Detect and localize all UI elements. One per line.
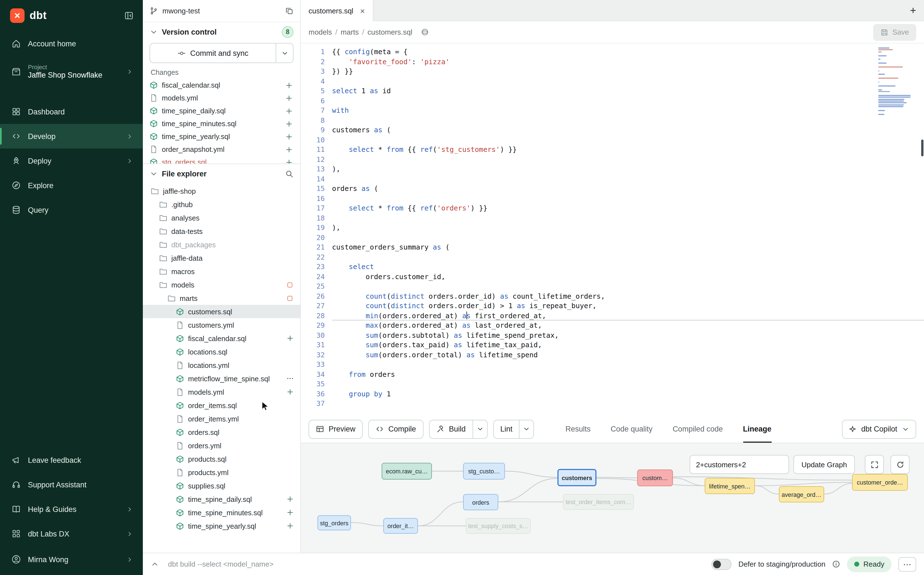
breadcrumb-marts[interactable]: marts <box>341 28 359 36</box>
tree-item[interactable]: locations.yml <box>143 358 300 372</box>
build-button[interactable]: Build <box>429 419 487 438</box>
code-line[interactable] <box>332 281 924 291</box>
refresh-button[interactable] <box>891 455 910 474</box>
nav-item-dbt-labs-dx[interactable]: dbt Labs DX <box>0 521 143 546</box>
lineage-node-staging[interactable]: order_it… <box>384 518 418 534</box>
fullscreen-button[interactable] <box>865 455 884 474</box>
code-line[interactable] <box>332 76 924 86</box>
minimap[interactable] <box>878 48 913 118</box>
change-item[interactable]: models.yml <box>143 92 300 105</box>
code-line[interactable]: customer_orders_summary as ( <box>332 242 924 252</box>
tree-item[interactable]: customers.sql <box>143 305 300 318</box>
nav-item-develop[interactable]: Develop <box>0 124 143 148</box>
expand-command-bar-button[interactable] <box>151 560 159 568</box>
command-input[interactable]: dbt build --select <model_name> <box>168 560 274 568</box>
lineage-node-metric[interactable]: lifetime_spen… <box>705 478 755 494</box>
tree-item[interactable]: models <box>143 278 300 291</box>
editor-scrollbar-thumb[interactable] <box>921 140 924 156</box>
tree-item[interactable]: order_items.sql <box>143 399 300 412</box>
defer-toggle[interactable] <box>712 559 732 570</box>
breadcrumb-models[interactable]: models <box>309 28 332 36</box>
file-menu-icon[interactable] <box>286 374 295 383</box>
tree-item[interactable]: dbt_packages <box>143 238 300 251</box>
tree-item[interactable]: products.sql <box>143 452 300 465</box>
docs-orb-icon[interactable] <box>421 28 429 36</box>
lint-button[interactable]: Lint <box>493 419 534 438</box>
code-line[interactable]: ), <box>332 223 924 232</box>
nav-item-project[interactable]: Project Jaffle Shop Snowflake <box>0 56 143 87</box>
change-item[interactable]: time_spine_minutes.sql <box>143 117 300 130</box>
tab-lineage[interactable]: Lineage <box>743 415 772 443</box>
lineage-node-source[interactable]: ecom.raw_cu… <box>382 463 432 480</box>
code-line[interactable]: sum(orders.order_total) as lifetime_spen… <box>332 350 924 359</box>
code-line[interactable]: select * from {{ ref('orders') }} <box>332 203 924 213</box>
code-line[interactable] <box>332 194 924 203</box>
update-graph-button[interactable]: Update Graph <box>794 455 855 474</box>
tree-item[interactable]: supplies.sql <box>143 479 300 492</box>
code-line[interactable] <box>332 174 924 184</box>
change-item[interactable]: time_spine_daily.sql <box>143 105 300 117</box>
code-line[interactable] <box>332 154 924 164</box>
code-line[interactable]: ), <box>332 164 924 174</box>
tab-results[interactable]: Results <box>566 415 591 443</box>
build-options-button[interactable] <box>472 420 487 438</box>
save-button[interactable]: Save <box>873 24 916 40</box>
tree-item[interactable]: marts <box>143 291 300 305</box>
overflow-menu-button[interactable]: ⋯ <box>898 557 916 571</box>
code-line[interactable] <box>332 135 924 145</box>
lint-options-button[interactable] <box>519 420 534 438</box>
code-line[interactable] <box>332 399 924 408</box>
code-line[interactable]: max(orders.ordered_at) as last_ordered_a… <box>332 321 924 330</box>
change-item[interactable]: order_snapshot.yml <box>143 143 300 156</box>
dbt-copilot-button[interactable]: dbt Copilot <box>842 419 916 438</box>
code-line[interactable]: min(orders.ordered_at) as first_ordered_… <box>332 311 924 321</box>
version-control-header[interactable]: Version control 8 <box>143 22 300 41</box>
tree-item[interactable]: jaffle-data <box>143 251 300 265</box>
lineage-node-metric[interactable]: average_ord… <box>779 486 824 502</box>
nav-item-query[interactable]: Query <box>0 198 143 222</box>
code-line[interactable]: with <box>332 105 924 115</box>
stage-file-icon[interactable] <box>285 145 293 154</box>
compile-button[interactable]: Compile <box>368 419 423 438</box>
code-line[interactable]: group by 1 <box>332 389 924 399</box>
code-line[interactable] <box>332 96 924 105</box>
add-file-icon[interactable] <box>286 521 295 531</box>
tree-item[interactable]: order_items.yml <box>143 412 300 426</box>
info-icon[interactable] <box>832 560 841 568</box>
copy-branch-button[interactable] <box>285 7 293 15</box>
change-item[interactable]: time_spine_yearly.sql <box>143 130 300 143</box>
add-file-icon[interactable] <box>286 334 295 343</box>
code-line[interactable]: {{ config(meta = { <box>332 47 924 57</box>
tree-item[interactable]: metricflow_time_spine.sql <box>143 372 300 385</box>
breadcrumb-file[interactable]: customers.sql <box>368 28 412 36</box>
lineage-panel[interactable]: ecom.raw_cu…stg_custo…customerscustom…li… <box>301 443 924 553</box>
nav-item-support-assistant[interactable]: Support Assistant <box>0 472 143 497</box>
lineage-node-test[interactable]: test_supply_costs_s… <box>466 518 531 534</box>
code-line[interactable]: orders as ( <box>332 184 924 194</box>
code-line[interactable]: sum(orders.subtotal) as lifetime_spend_p… <box>332 330 924 340</box>
file-explorer-header[interactable]: File explorer <box>143 164 300 183</box>
code-lines[interactable]: {{ config(meta = { 'favorite_food': 'piz… <box>332 44 924 415</box>
code-line[interactable]: 'favorite_food': 'pizza' <box>332 57 924 67</box>
editor-tab[interactable]: customers.sql × <box>301 0 373 21</box>
add-file-icon[interactable] <box>286 508 295 517</box>
dbt-logo[interactable]: ✕ dbt <box>10 8 47 22</box>
tab-compiled-code[interactable]: Compiled code <box>673 415 723 443</box>
stage-file-icon[interactable] <box>285 81 293 90</box>
code-line[interactable]: select 1 as id <box>332 86 924 96</box>
nav-item-help-guides[interactable]: Help & Guides <box>0 497 143 521</box>
code-line[interactable]: select * from {{ ref('stg_customers') }} <box>332 145 924 154</box>
add-file-icon[interactable] <box>286 388 295 396</box>
lineage-node-selected[interactable]: customers <box>558 469 596 486</box>
new-tab-button[interactable]: + <box>910 0 916 21</box>
sidebar-collapse-button[interactable] <box>124 10 134 21</box>
preview-button[interactable]: Preview <box>309 419 363 438</box>
tree-item[interactable]: orders.sql <box>143 426 300 439</box>
branch-name[interactable]: mwong-test <box>162 7 281 15</box>
stage-file-icon[interactable] <box>285 94 293 102</box>
tree-item[interactable]: time_spine_minutes.sql <box>143 506 300 519</box>
tree-item[interactable]: time_spine_daily.sql <box>143 492 300 506</box>
user-menu[interactable]: Mirna Wong <box>0 546 143 575</box>
lineage-node-error[interactable]: custom… <box>637 470 673 486</box>
lineage-node-test[interactable]: test_order_items_com… <box>563 494 634 510</box>
